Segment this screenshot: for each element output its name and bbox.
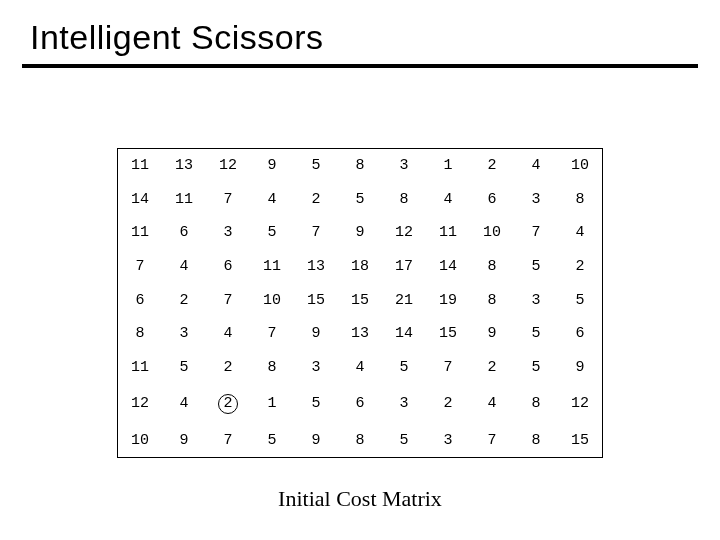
matrix-cell: 11 [250, 250, 294, 284]
matrix-cell: 9 [338, 216, 382, 250]
matrix-cell: 8 [514, 423, 558, 457]
matrix-cell: 10 [558, 149, 602, 183]
matrix-cell: 8 [118, 317, 162, 351]
table-row: 111312958312410 [118, 149, 602, 183]
matrix-cell: 8 [250, 350, 294, 384]
matrix-cell: 5 [514, 317, 558, 351]
matrix-cell: 11 [162, 183, 206, 217]
matrix-cell: 7 [206, 423, 250, 457]
matrix-cell: 5 [250, 216, 294, 250]
matrix-cell: 7 [206, 283, 250, 317]
table-row: 7461113181714852 [118, 250, 602, 284]
cost-matrix: 1113129583124101411742584638116357912111… [118, 149, 602, 457]
table-row: 115283457259 [118, 350, 602, 384]
matrix-cell: 15 [558, 423, 602, 457]
matrix-cell: 9 [294, 423, 338, 457]
page-title: Intelligent Scissors [30, 18, 323, 57]
matrix-cell: 12 [382, 216, 426, 250]
matrix-cell: 18 [338, 250, 382, 284]
table-row: 116357912111074 [118, 216, 602, 250]
matrix-cell: 15 [294, 283, 338, 317]
matrix-cell: 5 [382, 423, 426, 457]
matrix-cell: 14 [426, 250, 470, 284]
matrix-cell: 10 [250, 283, 294, 317]
matrix-cell: 3 [514, 183, 558, 217]
matrix-cell: 4 [470, 384, 514, 423]
matrix-cell: 8 [558, 183, 602, 217]
matrix-cell: 15 [426, 317, 470, 351]
matrix-cell: 8 [514, 384, 558, 423]
matrix-cell: 14 [118, 183, 162, 217]
matrix-cell: 10 [118, 423, 162, 457]
matrix-cell: 4 [338, 350, 382, 384]
matrix-cell: 2 [426, 384, 470, 423]
circled-cell: 2 [218, 394, 238, 414]
matrix-cell: 2 [206, 350, 250, 384]
matrix-cell: 17 [382, 250, 426, 284]
matrix-cell: 11 [118, 350, 162, 384]
table-row: 6271015152119835 [118, 283, 602, 317]
matrix-cell: 11 [118, 216, 162, 250]
matrix-cell: 3 [382, 384, 426, 423]
matrix-cell: 15 [338, 283, 382, 317]
slide: Intelligent Scissors 1113129583124101411… [0, 0, 720, 540]
matrix-cell: 5 [162, 350, 206, 384]
matrix-cell: 21 [382, 283, 426, 317]
matrix-cell: 6 [206, 250, 250, 284]
matrix-cell: 1 [250, 384, 294, 423]
matrix-cell: 5 [294, 149, 338, 183]
matrix-cell: 5 [382, 350, 426, 384]
caption: Initial Cost Matrix [0, 486, 720, 512]
cost-matrix-body: 1113129583124101411742584638116357912111… [118, 149, 602, 457]
matrix-cell: 6 [162, 216, 206, 250]
matrix-cell: 11 [426, 216, 470, 250]
matrix-cell: 5 [514, 350, 558, 384]
cost-matrix-box: 1113129583124101411742584638116357912111… [117, 148, 603, 458]
matrix-cell: 6 [338, 384, 382, 423]
matrix-cell: 7 [118, 250, 162, 284]
matrix-cell: 2 [294, 183, 338, 217]
table-row: 83479131415956 [118, 317, 602, 351]
matrix-cell: 3 [382, 149, 426, 183]
matrix-cell: 2 [558, 250, 602, 284]
matrix-cell: 6 [118, 283, 162, 317]
matrix-cell: 4 [558, 216, 602, 250]
matrix-cell: 1 [426, 149, 470, 183]
matrix-cell: 2 [470, 149, 514, 183]
matrix-cell: 14 [382, 317, 426, 351]
matrix-cell: 12 [118, 384, 162, 423]
table-row: 1097598537815 [118, 423, 602, 457]
matrix-cell: 5 [294, 384, 338, 423]
matrix-cell: 7 [426, 350, 470, 384]
matrix-cell: 3 [206, 216, 250, 250]
matrix-cell: 9 [558, 350, 602, 384]
matrix-cell: 9 [162, 423, 206, 457]
matrix-cell: 13 [162, 149, 206, 183]
matrix-cell: 8 [470, 283, 514, 317]
matrix-cell: 13 [294, 250, 338, 284]
matrix-cell: 5 [514, 250, 558, 284]
matrix-cell: 4 [514, 149, 558, 183]
table-row: 1242156324812 [118, 384, 602, 423]
horizontal-rule [22, 64, 698, 68]
matrix-cell: 6 [558, 317, 602, 351]
matrix-cell: 3 [162, 317, 206, 351]
matrix-cell: 9 [470, 317, 514, 351]
matrix-cell: 8 [382, 183, 426, 217]
matrix-cell: 12 [206, 149, 250, 183]
matrix-cell: 8 [338, 423, 382, 457]
matrix-cell: 3 [294, 350, 338, 384]
matrix-cell: 7 [470, 423, 514, 457]
matrix-cell: 12 [558, 384, 602, 423]
matrix-cell: 7 [250, 317, 294, 351]
matrix-cell: 11 [118, 149, 162, 183]
matrix-cell: 2 [206, 384, 250, 423]
matrix-cell: 5 [558, 283, 602, 317]
matrix-cell: 8 [470, 250, 514, 284]
matrix-cell: 7 [514, 216, 558, 250]
table-row: 1411742584638 [118, 183, 602, 217]
matrix-cell: 8 [338, 149, 382, 183]
matrix-cell: 6 [470, 183, 514, 217]
matrix-cell: 4 [426, 183, 470, 217]
matrix-cell: 4 [250, 183, 294, 217]
